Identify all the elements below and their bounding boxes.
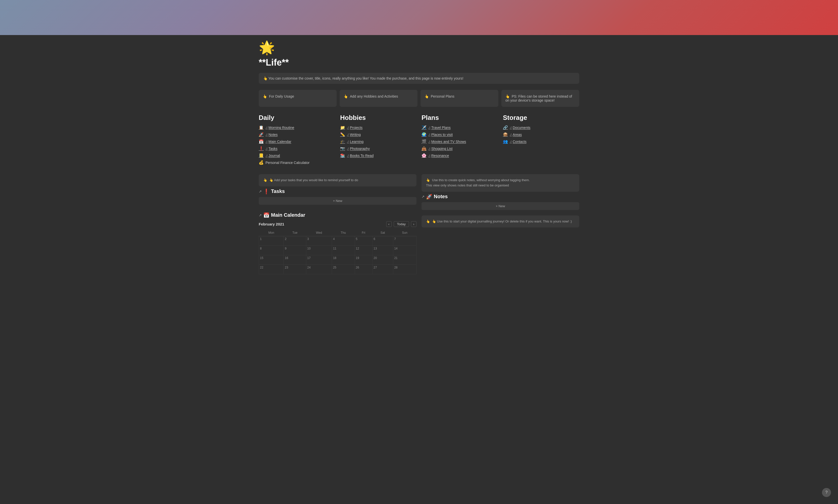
main-grid: Daily 📋↗Morning Routine 🚀↗Notes 📅↗Main C… — [259, 114, 579, 167]
tasks-title-emoji: ❗ — [263, 188, 269, 195]
calendar-cell[interactable]: 15 — [259, 255, 284, 265]
page-icon: 🌟 — [259, 40, 579, 55]
lower-right: 👆Use this to create quick notes, without… — [421, 174, 579, 274]
link-shopping[interactable]: 👜↗Shopping List — [421, 146, 498, 151]
calendar-arrow: ↗ — [259, 213, 262, 217]
calendar-prev-button[interactable]: ‹ — [386, 221, 392, 227]
notes-title: Notes — [434, 194, 448, 199]
calendar-section-title: ↗ 📅 Main Calendar — [259, 212, 417, 218]
link-resonance[interactable]: 🌸↗Resonance — [421, 153, 498, 158]
notes-title-emoji: 🚀 — [426, 194, 432, 200]
calendar-cell[interactable]: 23 — [284, 265, 306, 274]
link-writing[interactable]: ✏️↗Writing — [340, 132, 417, 137]
link-main-calendar[interactable]: 📅↗Main Calendar — [259, 139, 335, 144]
link-notes[interactable]: 🚀↗Notes — [259, 132, 335, 137]
journal-hint: 👆👆 Use this to start your digital journa… — [421, 215, 579, 228]
daily-section: Daily 📋↗Morning Routine 🚀↗Notes 📅↗Main C… — [259, 114, 335, 167]
tasks-arrow: ↗ — [259, 190, 262, 194]
card-label-plans: Personal Plans — [431, 94, 454, 98]
calendar-cell[interactable]: 11 — [332, 246, 355, 255]
cal-day-mon: Mon — [259, 230, 284, 236]
calendar-cell[interactable]: 21 — [393, 255, 416, 265]
card-label-storage: PS: Files can be stored here instead of … — [505, 94, 572, 102]
cal-day-wed: Wed — [306, 230, 332, 236]
category-card-storage[interactable]: 👆PS: Files can be stored here instead of… — [501, 90, 579, 107]
lower-grid: 👆👆 Add your tasks that you would like to… — [259, 174, 579, 274]
category-card-plans[interactable]: 👆Personal Plans — [420, 90, 499, 107]
calendar-cell[interactable]: 14 — [393, 246, 416, 255]
category-card-hobbies[interactable]: 👆Add any Hobbies and Activities — [339, 90, 418, 107]
calendar-cell[interactable]: 13 — [372, 246, 393, 255]
lower-left: 👆👆 Add your tasks that you would like to… — [259, 174, 417, 274]
tasks-hint: 👆👆 Add your tasks that you would like to… — [259, 174, 417, 186]
notes-hint-text: Use this to create quick notes, without … — [426, 178, 530, 187]
link-places[interactable]: 🌍↗Places to visit — [421, 132, 498, 137]
calendar-title-text: Main Calendar — [271, 212, 305, 218]
calendar-cell[interactable]: 4 — [332, 236, 355, 246]
calendar-cell[interactable]: 10 — [306, 246, 332, 255]
card-emoji-plans: 👆 — [424, 94, 429, 98]
info-text: 👆 You can customise the cover, title, ic… — [263, 76, 463, 80]
tasks-title: Tasks — [271, 188, 285, 194]
plans-title: Plans — [421, 114, 498, 122]
link-learning[interactable]: 🎓↗Learning — [340, 139, 417, 144]
calendar-cell[interactable]: 27 — [372, 265, 393, 274]
calendar-cell[interactable]: 8 — [259, 246, 284, 255]
notes-arrow: ↗ — [421, 195, 424, 199]
calendar-cell[interactable]: 1 — [259, 236, 284, 246]
calendar-cell[interactable]: 2 — [284, 236, 306, 246]
calendar-cell[interactable]: 22 — [259, 265, 284, 274]
calendar-today-button[interactable]: Today — [394, 221, 409, 227]
tasks-new-button[interactable]: + New — [259, 197, 417, 205]
notes-area: 👆Use this to create quick notes, without… — [421, 174, 579, 212]
link-tasks[interactable]: ❗↗Tasks — [259, 146, 335, 151]
calendar-cell[interactable]: 5 — [355, 236, 372, 246]
tasks-section-header: ↗ ❗ Tasks — [259, 188, 417, 195]
calendar-cell[interactable]: 9 — [284, 246, 306, 255]
link-journal[interactable]: 📒↗Journal — [259, 153, 335, 158]
category-cards: 👆For Daily Usage 👆Add any Hobbies and Ac… — [259, 90, 579, 107]
calendar-next-button[interactable]: › — [411, 221, 417, 227]
help-button[interactable]: ? — [822, 488, 831, 497]
cover-banner — [0, 0, 838, 35]
calendar-cell[interactable]: 19 — [355, 255, 372, 265]
link-projects[interactable]: 📁↗Projects — [340, 125, 417, 130]
calendar-cell[interactable]: 17 — [306, 255, 332, 265]
link-photography[interactable]: 📷↗Photography — [340, 146, 417, 151]
calendar-cell[interactable]: 16 — [284, 255, 306, 265]
link-finance[interactable]: 💰Personal Finance Calculator — [259, 160, 335, 165]
notes-section-header: ↗ 🚀 Notes — [421, 194, 579, 200]
link-contacts[interactable]: 👥↗Contacts — [503, 139, 579, 144]
calendar-cell[interactable]: 12 — [355, 246, 372, 255]
cal-day-sat: Sat — [372, 230, 393, 236]
calendar-cell[interactable]: 3 — [306, 236, 332, 246]
calendar-cell[interactable]: 26 — [355, 265, 372, 274]
notes-hint: 👆Use this to create quick notes, without… — [421, 174, 579, 192]
calendar-cell[interactable]: 20 — [372, 255, 393, 265]
link-documents[interactable]: 🔗↗Documents — [503, 125, 579, 130]
cal-day-sun: Sun — [393, 230, 416, 236]
category-card-daily[interactable]: 👆For Daily Usage — [259, 90, 337, 107]
calendar-cell[interactable]: 18 — [332, 255, 355, 265]
card-emoji-daily: 👆 — [263, 94, 267, 98]
link-morning-routine[interactable]: 📋↗Morning Routine — [259, 125, 335, 130]
card-label-daily: For Daily Usage — [269, 94, 294, 98]
calendar-cell[interactable]: 7 — [393, 236, 416, 246]
link-books[interactable]: 📚↗Books To Read — [340, 153, 417, 158]
calendar-cell[interactable]: 6 — [372, 236, 393, 246]
calendar-cell[interactable]: 28 — [393, 265, 416, 274]
calendar-header: February 2021 ‹ Today › — [259, 221, 417, 227]
calendar-cell[interactable]: 24 — [306, 265, 332, 274]
hobbies-section: Hobbies 📁↗Projects ✏️↗Writing 🎓↗Learning… — [340, 114, 417, 167]
link-travel[interactable]: ✈️↗Travel Plans — [421, 125, 498, 130]
notes-new-button[interactable]: + New — [421, 202, 579, 210]
hobbies-title: Hobbies — [340, 114, 417, 122]
card-emoji-storage: 👆 — [505, 94, 510, 98]
info-banner: 👆 You can customise the cover, title, ic… — [259, 73, 579, 84]
calendar-nav: ‹ Today › — [386, 221, 417, 227]
calendar-cell[interactable]: 25 — [332, 265, 355, 274]
calendar-table: Mon Tue Wed Thu Fri Sat Sun 123456789101… — [259, 230, 417, 274]
calendar-title-emoji: 📅 — [263, 212, 269, 218]
link-areas[interactable]: 📦↗Areas — [503, 132, 579, 137]
link-movies[interactable]: 🎬↗Movies and TV Shows — [421, 139, 498, 144]
